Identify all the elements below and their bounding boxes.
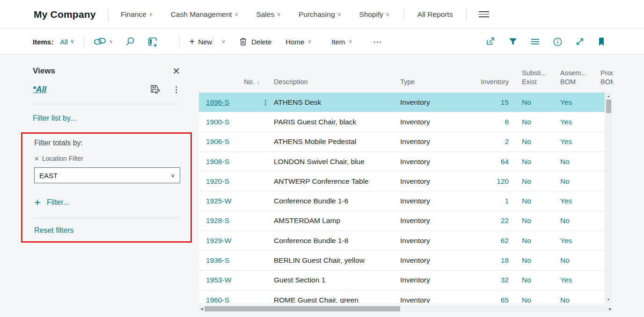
item-no-link[interactable]: 1908-S — [199, 158, 260, 166]
item-substitutes-link[interactable]: No — [510, 118, 552, 126]
search-button[interactable] — [125, 36, 135, 47]
item-inventory-link[interactable]: 120 — [452, 177, 510, 186]
more-options-icon[interactable]: ⋯ — [373, 36, 383, 47]
table-row[interactable]: 1925-WConference Bundle 1-6Inventory1NoY… — [199, 191, 605, 211]
analysis-mode-button[interactable] — [147, 36, 158, 47]
view-all-link[interactable]: *All — [33, 85, 46, 94]
reset-filters-link[interactable]: Reset filters — [34, 226, 73, 235]
item-assembly-bom-link[interactable]: No — [552, 216, 591, 225]
table-row[interactable]: 1900-SPARIS Guest Chair, blackInventory6… — [199, 112, 605, 132]
column-header-inventory[interactable]: Inventory — [452, 55, 510, 93]
filter-button[interactable] — [508, 37, 518, 46]
nav-item-all-reports[interactable]: All Reports — [417, 10, 453, 19]
item-inventory-link[interactable]: 65 — [452, 296, 510, 303]
item-assembly-bom-link[interactable]: Yes — [552, 276, 591, 284]
nav-item-purchasing[interactable]: Purchasing ∨ — [299, 10, 341, 19]
item-assembly-bom-link[interactable]: Yes — [552, 98, 591, 107]
nav-item-finance[interactable]: Finance ∨ — [121, 10, 153, 19]
hamburger-menu-icon[interactable] — [479, 11, 489, 17]
bookmark-button[interactable] — [597, 37, 606, 47]
item-no-link[interactable]: 1953-W — [199, 276, 260, 284]
item-substitutes-link[interactable]: No — [510, 276, 552, 284]
column-header-description[interactable]: Description — [271, 55, 398, 93]
home-menu[interactable]: Home ∨ — [285, 38, 312, 46]
item-no-link[interactable]: 1906-S — [199, 137, 260, 146]
scroll-left-icon[interactable]: ◀ — [199, 307, 205, 311]
table-row[interactable]: 1896-S⋮ATHENS DeskInventory15NoYes — [199, 93, 605, 112]
item-inventory-link[interactable]: 18 — [452, 256, 510, 265]
item-assembly-bom-link[interactable]: Yes — [552, 137, 591, 146]
new-button[interactable]: + New — [189, 37, 212, 46]
table-row[interactable]: 1908-SLONDON Swivel Chair, blueInventory… — [199, 152, 605, 172]
remove-filter-icon[interactable]: ✕ — [34, 155, 39, 162]
item-inventory-link[interactable]: 6 — [452, 118, 510, 126]
item-substitutes-link[interactable]: No — [510, 237, 552, 245]
save-view-button[interactable] — [150, 84, 161, 94]
column-header-assembly-bom[interactable]: Assem...BOM — [552, 55, 591, 93]
nav-item-shopify[interactable]: Shopify ∨ — [359, 10, 390, 19]
scroll-right-icon[interactable]: ▶ — [607, 307, 613, 311]
scroll-up-icon[interactable]: ▲ — [607, 92, 610, 100]
item-substitutes-link[interactable]: No — [510, 296, 552, 303]
item-no-link[interactable]: 1925-W — [199, 197, 260, 205]
table-row[interactable]: 1936-SBERLIN Guest Chair, yellowInventor… — [199, 251, 605, 270]
table-row[interactable]: 1960-SROME Guest Chair, greenInventory65… — [199, 290, 605, 303]
item-no-link[interactable]: 1928-S — [199, 216, 260, 225]
nav-item-cash-management[interactable]: Cash Management ∨ — [171, 10, 239, 19]
item-no-link[interactable]: 1900-S — [199, 118, 260, 126]
item-inventory-link[interactable]: 62 — [452, 237, 510, 245]
location-filter-select[interactable]: EAST ∨ — [34, 167, 180, 183]
item-substitutes-link[interactable]: No — [510, 256, 552, 265]
horizontal-scrollbar[interactable]: ◀ ▶ — [199, 305, 613, 312]
view-scope-dropdown[interactable]: All ∨ — [60, 38, 74, 46]
item-inventory-link[interactable]: 15 — [452, 98, 510, 107]
item-substitutes-link[interactable]: No — [510, 98, 552, 107]
item-inventory-link[interactable]: 64 — [452, 158, 510, 166]
horizontal-scrollbar-thumb[interactable] — [205, 306, 400, 311]
item-inventory-link[interactable]: 1 — [452, 197, 510, 205]
new-dropdown-chevron-icon[interactable]: ∨ — [221, 39, 226, 44]
copilot-button[interactable]: ∨ — [94, 36, 113, 47]
item-inventory-link[interactable]: 2 — [452, 137, 510, 146]
item-no-link[interactable]: 1929-W — [199, 237, 260, 245]
info-button[interactable] — [553, 37, 563, 47]
table-row[interactable]: 1906-SATHENS Mobile PedestalInventory2No… — [199, 132, 605, 152]
row-kebab-icon[interactable]: ⋮ — [260, 99, 271, 106]
column-header-no[interactable]: No. ↑ — [199, 55, 260, 93]
item-menu[interactable]: Item ∨ — [331, 38, 352, 46]
item-substitutes-link[interactable]: No — [510, 158, 552, 166]
item-assembly-bom-link[interactable]: Yes — [552, 118, 591, 126]
table-row[interactable]: 1928-SAMSTERDAM LampInventory22NoNo — [199, 211, 605, 231]
table-row[interactable]: 1929-WConference Bundle 1-8Inventory62No… — [199, 231, 605, 251]
item-inventory-link[interactable]: 32 — [452, 276, 510, 284]
company-name[interactable]: My Company — [34, 9, 96, 20]
add-filter-button[interactable]: + Filter... — [34, 197, 69, 208]
item-substitutes-link[interactable]: No — [510, 197, 552, 205]
close-icon[interactable]: ✕ — [172, 65, 180, 77]
table-row[interactable]: 1953-WGuest Section 1Inventory32NoYes — [199, 271, 605, 290]
column-header-type[interactable]: Type — [398, 55, 452, 93]
item-no-link[interactable]: 1920-S — [199, 177, 260, 186]
share-button[interactable] — [485, 36, 496, 47]
item-substitutes-link[interactable]: No — [510, 177, 552, 186]
expand-button[interactable] — [575, 37, 585, 46]
item-assembly-bom-link[interactable]: No — [552, 177, 591, 186]
item-inventory-link[interactable]: 22 — [452, 216, 510, 225]
show-list-button[interactable] — [530, 37, 540, 46]
item-no-link[interactable]: 1960-S — [199, 296, 260, 303]
table-row[interactable]: 1920-SANTWERP Conference TableInventory1… — [199, 172, 605, 191]
delete-button[interactable]: Delete — [239, 37, 271, 46]
vertical-scrollbar-thumb[interactable] — [606, 100, 611, 113]
item-assembly-bom-link[interactable]: No — [552, 158, 591, 166]
column-header-production-bom[interactable]: ProcBOM — [591, 55, 613, 93]
filter-list-by-link[interactable]: Filter list by... — [33, 114, 76, 122]
item-no-link[interactable]: 1896-S — [199, 98, 260, 107]
item-assembly-bom-link[interactable]: No — [552, 296, 591, 303]
item-substitutes-link[interactable]: No — [510, 137, 552, 146]
vertical-scrollbar[interactable]: ▲ ▼ — [605, 92, 612, 304]
item-assembly-bom-link[interactable]: No — [552, 256, 591, 265]
item-assembly-bom-link[interactable]: Yes — [552, 197, 591, 205]
column-header-substitutes-exist[interactable]: Substi...Exist — [510, 55, 552, 93]
item-substitutes-link[interactable]: No — [510, 216, 552, 225]
item-no-link[interactable]: 1936-S — [199, 256, 260, 265]
